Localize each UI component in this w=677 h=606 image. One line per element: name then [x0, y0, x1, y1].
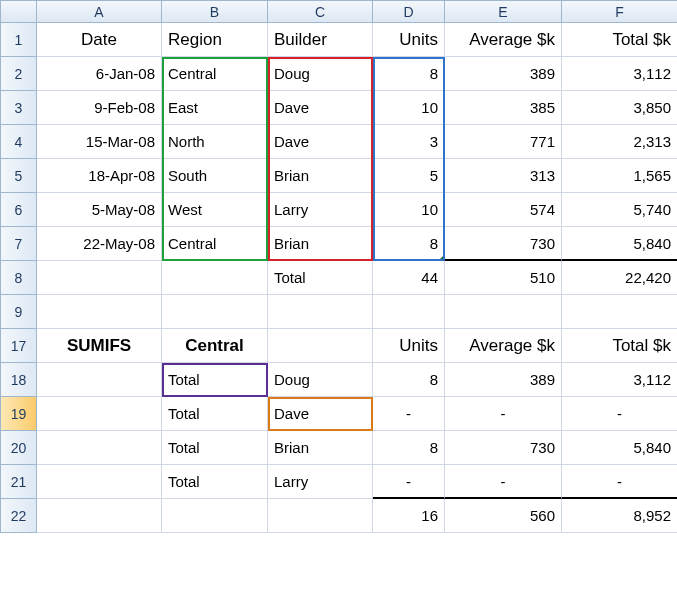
cell-C3[interactable]: Dave [268, 91, 373, 125]
cell-C18[interactable]: Doug [268, 363, 373, 397]
cell-E8[interactable]: 510 [445, 261, 562, 295]
cell-D19[interactable]: - [373, 397, 445, 431]
row-header-9[interactable]: 9 [1, 295, 37, 329]
cell-B21[interactable]: Total [162, 465, 268, 499]
row-header-19[interactable]: 19 [1, 397, 37, 431]
row-header-2[interactable]: 2 [1, 57, 37, 91]
cell-D2[interactable]: 8 [373, 57, 445, 91]
cell-C7[interactable]: Brian [268, 227, 373, 261]
cell-B20[interactable]: Total [162, 431, 268, 465]
row-header-6[interactable]: 6 [1, 193, 37, 227]
cell-F4[interactable]: 2,313 [562, 125, 677, 159]
cell-F5[interactable]: 1,565 [562, 159, 677, 193]
cell-B5[interactable]: South [162, 159, 268, 193]
cell-F18[interactable]: 3,112 [562, 363, 677, 397]
cell-C4[interactable]: Dave [268, 125, 373, 159]
cell-A8[interactable] [37, 261, 162, 295]
cell-A1[interactable]: Date [37, 23, 162, 57]
cell-C1[interactable]: Builder [268, 23, 373, 57]
cell-A19[interactable] [37, 397, 162, 431]
cell-A4[interactable]: 15-Mar-08 [37, 125, 162, 159]
cell-A21[interactable] [37, 465, 162, 499]
cell-A9[interactable] [37, 295, 162, 329]
cell-C5[interactable]: Brian [268, 159, 373, 193]
cell-F21[interactable]: - [562, 465, 677, 499]
cell-D18[interactable]: 8 [373, 363, 445, 397]
cell-E4[interactable]: 771 [445, 125, 562, 159]
cell-A3[interactable]: 9-Feb-08 [37, 91, 162, 125]
cell-B8[interactable] [162, 261, 268, 295]
col-header-E[interactable]: E [445, 1, 562, 23]
cell-A7[interactable]: 22-May-08 [37, 227, 162, 261]
cell-C22[interactable] [268, 499, 373, 533]
cell-F7[interactable]: 5,840 [562, 227, 677, 261]
cell-E6[interactable]: 574 [445, 193, 562, 227]
cell-B19[interactable]: Total [162, 397, 268, 431]
cell-E5[interactable]: 313 [445, 159, 562, 193]
cell-D1[interactable]: Units [373, 23, 445, 57]
cell-F19[interactable]: - [562, 397, 677, 431]
cell-F6[interactable]: 5,740 [562, 193, 677, 227]
cell-E21[interactable]: - [445, 465, 562, 499]
cell-E18[interactable]: 389 [445, 363, 562, 397]
cell-B18[interactable]: Total [162, 363, 268, 397]
cell-C21[interactable]: Larry [268, 465, 373, 499]
cell-C6[interactable]: Larry [268, 193, 373, 227]
col-header-C[interactable]: C [268, 1, 373, 23]
cell-A6[interactable]: 5-May-08 [37, 193, 162, 227]
cell-F22[interactable]: 8,952 [562, 499, 677, 533]
cell-B17[interactable]: Central [162, 329, 268, 363]
cell-D21[interactable]: - [373, 465, 445, 499]
row-header-4[interactable]: 4 [1, 125, 37, 159]
col-header-F[interactable]: F [562, 1, 677, 23]
cell-D17[interactable]: Units [373, 329, 445, 363]
cell-F17[interactable]: Total $k [562, 329, 677, 363]
row-header-3[interactable]: 3 [1, 91, 37, 125]
col-header-A[interactable]: A [37, 1, 162, 23]
cell-A2[interactable]: 6-Jan-08 [37, 57, 162, 91]
row-header-18[interactable]: 18 [1, 363, 37, 397]
cell-B3[interactable]: East [162, 91, 268, 125]
cell-A18[interactable] [37, 363, 162, 397]
cell-E2[interactable]: 389 [445, 57, 562, 91]
row-header-17[interactable]: 17 [1, 329, 37, 363]
cell-D5[interactable]: 5 [373, 159, 445, 193]
row-header-8[interactable]: 8 [1, 261, 37, 295]
cell-D9[interactable] [373, 295, 445, 329]
col-header-D[interactable]: D [373, 1, 445, 23]
cell-F9[interactable] [562, 295, 677, 329]
cell-E19[interactable]: - [445, 397, 562, 431]
cell-F20[interactable]: 5,840 [562, 431, 677, 465]
cell-C19[interactable]: Dave [268, 397, 373, 431]
cell-F3[interactable]: 3,850 [562, 91, 677, 125]
cell-D22[interactable]: 16 [373, 499, 445, 533]
cell-C17[interactable] [268, 329, 373, 363]
row-header-7[interactable]: 7 [1, 227, 37, 261]
cell-D7[interactable]: 8 [373, 227, 445, 261]
cell-A17[interactable]: SUMIFS [37, 329, 162, 363]
cell-C20[interactable]: Brian [268, 431, 373, 465]
cell-C2[interactable]: Doug [268, 57, 373, 91]
row-header-22[interactable]: 22 [1, 499, 37, 533]
cell-B4[interactable]: North [162, 125, 268, 159]
cell-A5[interactable]: 18-Apr-08 [37, 159, 162, 193]
cell-B6[interactable]: West [162, 193, 268, 227]
cell-F8[interactable]: 22,420 [562, 261, 677, 295]
cell-E7[interactable]: 730 [445, 227, 562, 261]
cell-E17[interactable]: Average $k [445, 329, 562, 363]
cell-E1[interactable]: Average $k [445, 23, 562, 57]
row-header-21[interactable]: 21 [1, 465, 37, 499]
cell-E9[interactable] [445, 295, 562, 329]
cell-C9[interactable] [268, 295, 373, 329]
cell-D4[interactable]: 3 [373, 125, 445, 159]
cell-A22[interactable] [37, 499, 162, 533]
corner-cell[interactable] [1, 1, 37, 23]
cell-B9[interactable] [162, 295, 268, 329]
spreadsheet-grid[interactable]: A B C D E F 1 Date Region Builder Units … [0, 0, 677, 533]
cell-E3[interactable]: 385 [445, 91, 562, 125]
row-header-20[interactable]: 20 [1, 431, 37, 465]
cell-A20[interactable] [37, 431, 162, 465]
cell-D6[interactable]: 10 [373, 193, 445, 227]
cell-B7[interactable]: Central [162, 227, 268, 261]
cell-D8[interactable]: 44 [373, 261, 445, 295]
